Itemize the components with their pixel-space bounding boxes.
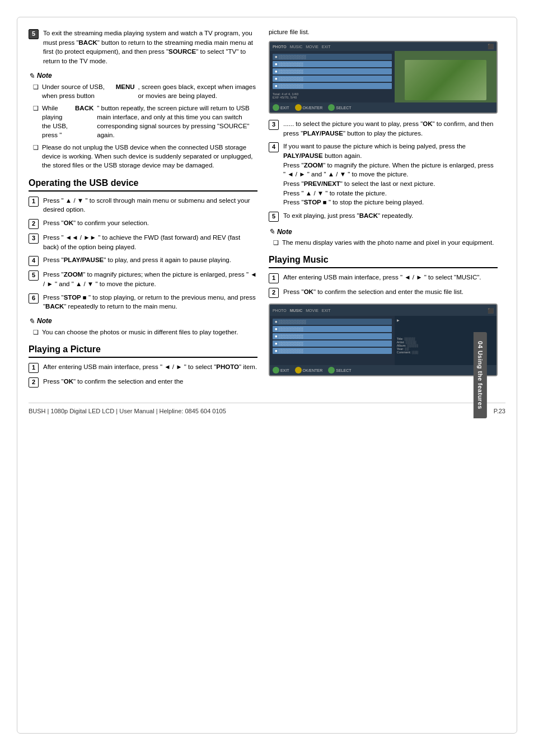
footer-right: P.23 bbox=[494, 408, 505, 414]
note-list-1: Under source of USB, when press button M… bbox=[29, 82, 257, 170]
music-sidebar-item-1: ■ ░░░░░░░░░░ bbox=[273, 319, 392, 325]
usb-step-num-6: 6 bbox=[29, 293, 39, 304]
picture-step-1: 1 After entering USB main interface, pre… bbox=[29, 362, 257, 373]
note-icon-1: ✎ bbox=[29, 72, 35, 80]
playing-picture-title: Playing a Picture bbox=[29, 344, 257, 358]
sidebar-item-3: ■ ░░░░░░░░░ bbox=[273, 68, 392, 74]
sidebar-item-2: ■ ░░░░░░░░░ bbox=[273, 61, 392, 67]
operating-usb-steps: 1 Press " ▲ / ▼ " to scroll through main… bbox=[29, 196, 257, 311]
right-step-content-3: ...... to select the picture you want to… bbox=[283, 119, 498, 138]
screen-toolbar-2: PHOTO MUSIC MOVIE EXIT ⬛ bbox=[270, 305, 496, 316]
note-icon-3: ✎ bbox=[269, 227, 275, 236]
toolbar-icon-movie: MOVIE bbox=[306, 45, 318, 49]
music-usb-icon: ⬛ bbox=[488, 308, 494, 314]
intro-step-5-text: To exit the streaming media playing syst… bbox=[43, 29, 257, 66]
music-toolbar-movie: MOVIE bbox=[306, 309, 318, 312]
intro-step-5: 5 To exit the streaming media playing sy… bbox=[29, 29, 257, 66]
music-sidebar-item-2: ■ ░░░░░░░░░ bbox=[273, 326, 392, 332]
note-icon-2: ✎ bbox=[29, 317, 35, 325]
toolbar-icon-photo: PHOTO bbox=[273, 45, 287, 49]
usb-step-6: 6 Press "STOP ■ " to stop playing, or re… bbox=[29, 293, 257, 311]
toolbar-icon-music: MUSIC bbox=[290, 45, 303, 49]
usb-step-content-5: Press "ZOOM" to magnify pictures; when t… bbox=[43, 270, 257, 288]
toolbar-icon-exit: EXIT bbox=[322, 45, 331, 49]
right-step-num-5: 5 bbox=[269, 212, 279, 222]
operating-usb-title: Operating the USB device bbox=[29, 178, 257, 192]
music-step-2: 2 Press "OK" to confirm the selection an… bbox=[269, 287, 498, 298]
music-sidebar-item-4: ■ ░░░░░░░░░ bbox=[273, 340, 392, 347]
picture-step-content-2: Press "OK" to confirm the selection and … bbox=[43, 377, 257, 388]
note-header-1: ✎ Note bbox=[29, 72, 257, 80]
right-step-num-3: 3 bbox=[269, 120, 279, 130]
usb-step-num-4: 4 bbox=[29, 256, 39, 266]
btn-circle-ok bbox=[295, 104, 302, 111]
right-step-5: 5 To exit playing, just press "BACK" rep… bbox=[269, 211, 498, 222]
screen-body-1: ■ ░░░░░░░░░░ ■ ░░░░░░░░░ ■ ░░░░░░░░░ ■ ░… bbox=[270, 51, 496, 109]
two-column-layout: 5 To exit the streaming media playing sy… bbox=[29, 29, 505, 391]
screen-preview-1 bbox=[395, 51, 496, 109]
playing-music-title: Playing Music bbox=[269, 255, 498, 268]
playing-picture-steps: 1 After entering USB main interface, pre… bbox=[29, 362, 257, 388]
music-browser-screen: PHOTO MUSIC MOVIE EXIT ⬛ ■ ░░░░░░░░░░ ■ … bbox=[269, 304, 498, 376]
right-steps: 3 ...... to select the picture you want … bbox=[269, 119, 498, 222]
sidebar-item-1: ■ ░░░░░░░░░░ bbox=[273, 54, 392, 60]
btn-circle-select bbox=[328, 104, 335, 111]
step-number-5: 5 bbox=[29, 29, 39, 39]
photo-browser-screen: PHOTO MUSIC MOVIE EXIT ⬛ ■ ░░░░░░░░░░ ■ … bbox=[269, 41, 498, 114]
usb-step-num-2: 2 bbox=[29, 219, 39, 229]
btn-circle-ok-2 bbox=[295, 367, 302, 374]
screen-usb-icon: ⬛ bbox=[488, 44, 494, 49]
note-item-1-1: Under source of USB, when press button M… bbox=[33, 82, 257, 100]
right-step-3: 3 ...... to select the picture you want … bbox=[269, 119, 498, 138]
usb-step-1: 1 Press " ▲ / ▼ " to scroll through main… bbox=[29, 196, 257, 214]
usb-step-2: 2 Press "OK" to confirm your selection. bbox=[29, 218, 257, 229]
btn-ok-2: OK/ENTER bbox=[295, 367, 323, 374]
side-tab: 04 Using the features bbox=[474, 332, 487, 418]
footer: BUSH | 1080p Digital LED LCD | User Manu… bbox=[29, 403, 505, 414]
music-toolbar-music: MUSIC bbox=[290, 309, 303, 312]
main-content-border: 5 To exit the streaming media playing sy… bbox=[17, 17, 517, 734]
music-step-num-2: 2 bbox=[269, 288, 279, 298]
btn-ok-1: OK/ENTER bbox=[295, 104, 323, 111]
btn-select-2: SELECT bbox=[328, 367, 351, 374]
screen-bottom-bar-2: EXIT OK/ENTER SELECT bbox=[270, 365, 496, 375]
note-section-3: ✎ Note The menu display varies with the … bbox=[269, 227, 498, 247]
usb-step-content-2: Press "OK" to confirm your selection. bbox=[43, 218, 257, 229]
usb-step-content-1: Press " ▲ / ▼ " to scroll through main m… bbox=[43, 196, 257, 214]
music-step-num-1: 1 bbox=[269, 273, 279, 283]
btn-circle-exit bbox=[273, 104, 279, 111]
note-list-3: The menu display varies with the photo n… bbox=[269, 238, 498, 247]
music-toolbar-photo: PHOTO bbox=[273, 309, 287, 312]
music-toolbar-exit: EXIT bbox=[322, 309, 331, 312]
usb-step-4: 4 Press "PLAY/PAUSE" to play, and press … bbox=[29, 255, 257, 266]
note-item-3-1: The menu display varies with the photo n… bbox=[273, 238, 498, 247]
btn-circle-exit-2 bbox=[273, 367, 279, 374]
sidebar-item-4: ■ ░░░░░░░░░ bbox=[273, 76, 392, 82]
note-section-2: ✎ Note You can choose the photos or musi… bbox=[29, 317, 257, 337]
btn-select-1: SELECT bbox=[328, 104, 351, 111]
note-header-2: ✎ Note bbox=[29, 317, 257, 325]
preview-photo bbox=[405, 60, 486, 101]
usb-step-3: 3 Press " ◄◄ / ►► " to achieve the FWD (… bbox=[29, 233, 257, 251]
right-step-content-4: If you want to pause the picture which i… bbox=[283, 142, 498, 207]
music-sidebar-item-3: ■ ░░░░░░░░░ bbox=[273, 333, 392, 339]
sidebar-info: Total: 4 of 4, 1/40EXF 45/70, 5/40 bbox=[271, 91, 393, 100]
note-header-3: ✎ Note bbox=[269, 227, 498, 236]
music-step-content-2: Press "OK" to confirm the selection and … bbox=[283, 287, 498, 298]
note-item-2-1: You can choose the photos or music in di… bbox=[33, 328, 257, 337]
music-step-1: 1 After entering USB main interface, pre… bbox=[269, 273, 498, 283]
music-step-content-1: After entering USB main interface, press… bbox=[283, 273, 498, 283]
sidebar-item-5: ■ ░░░░░░░░░ bbox=[273, 83, 392, 89]
picture-step-2: 2 Press "OK" to confirm the selection an… bbox=[29, 377, 257, 388]
right-step-4: 4 If you want to pause the picture which… bbox=[269, 142, 498, 207]
btn-exit-1: EXIT bbox=[273, 104, 289, 111]
usb-step-num-5: 5 bbox=[29, 270, 39, 281]
right-column: picture file list. PHOTO MUSIC MOVIE EXI… bbox=[269, 29, 498, 391]
note-item-1-2: While playing the USB, press "BACK" butt… bbox=[33, 104, 257, 139]
screen-sidebar-1: ■ ░░░░░░░░░░ ■ ░░░░░░░░░ ■ ░░░░░░░░░ ■ ░… bbox=[270, 51, 395, 109]
screen-toolbar-1: PHOTO MUSIC MOVIE EXIT ⬛ bbox=[270, 42, 496, 51]
usb-step-content-6: Press "STOP ■ " to stop playing, or retu… bbox=[43, 293, 257, 311]
usb-step-5: 5 Press "ZOOM" to magnify pictures; when… bbox=[29, 270, 257, 288]
usb-step-content-3: Press " ◄◄ / ►► " to achieve the FWD (fa… bbox=[43, 233, 257, 251]
note-section-1: ✎ Note Under source of USB, when press b… bbox=[29, 72, 257, 170]
